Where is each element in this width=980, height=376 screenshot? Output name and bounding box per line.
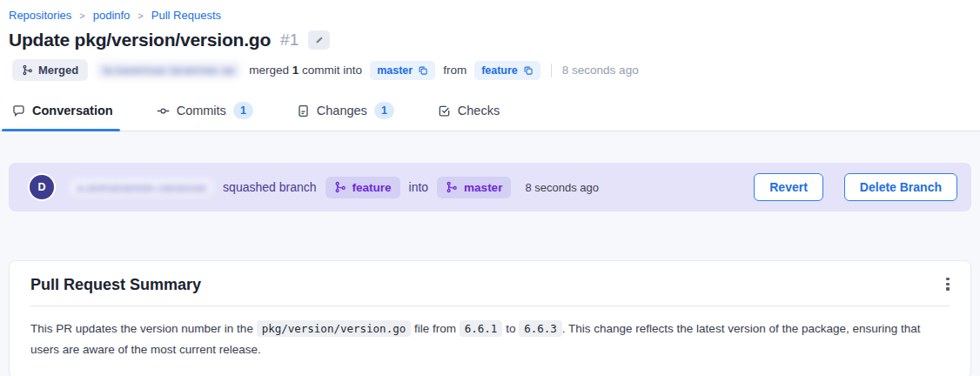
file-icon <box>297 104 310 118</box>
breadcrumb-repositories[interactable]: Repositories <box>9 9 71 22</box>
page-header: Repositories > podinfo > Pull Requests U… <box>0 0 980 92</box>
tab-label: Checks <box>458 104 500 118</box>
breadcrumb-pull-requests[interactable]: Pull Requests <box>151 9 221 22</box>
git-commit-icon <box>157 104 170 118</box>
source-branch-pill: feature <box>326 177 400 198</box>
checklist-icon <box>438 104 451 118</box>
redacted-username: a.asesasaseas.sasassas <box>70 178 214 197</box>
old-version-code: 6.6.1 <box>460 320 503 337</box>
redacted-username: ta.kasemsas tananniav aa <box>96 61 241 79</box>
breadcrumb-separator: > <box>79 10 84 21</box>
delete-branch-button[interactable]: Delete Branch <box>844 173 957 201</box>
merge-status-row: Merged ta.kasemsas tananniav aa merged 1… <box>12 59 971 81</box>
commits-count-badge: 1 <box>233 102 253 119</box>
banner-action-text: squashed branch <box>223 180 316 194</box>
breadcrumb-separator: > <box>138 10 143 21</box>
pull-request-page: Repositories > podinfo > Pull Requests U… <box>0 0 980 376</box>
title-row: Update pkg/version/version.go #1 <box>9 30 971 50</box>
chat-bubble-icon <box>12 104 25 118</box>
tab-label: Changes <box>317 104 367 118</box>
summary-text: to <box>502 322 519 335</box>
copy-icon[interactable] <box>523 65 534 76</box>
page-title: Update pkg/version/version.go <box>9 30 271 50</box>
pr-tab-bar: Conversation Commits 1 Changes 1 <box>0 92 980 131</box>
summary-card-title: Pull Request Summary <box>30 276 950 306</box>
commit-count: 1 <box>292 64 299 77</box>
avatar: D <box>30 175 54 199</box>
summary-text: file from <box>411 322 460 335</box>
target-branch-name: master <box>377 64 413 77</box>
merge-action-text2: commit into <box>302 64 362 77</box>
merge-timestamp: 8 seconds ago <box>562 64 639 77</box>
into-label: into <box>409 180 429 194</box>
git-branch-icon <box>446 181 458 193</box>
kebab-icon <box>946 278 949 291</box>
tab-conversation[interactable]: Conversation <box>10 94 115 131</box>
git-merge-icon <box>22 64 33 76</box>
new-version-code: 6.6.3 <box>519 320 562 337</box>
source-branch-chip[interactable]: feature <box>474 61 540 80</box>
card-menu-button[interactable] <box>937 272 958 295</box>
target-branch-chip[interactable]: master <box>370 61 435 80</box>
breadcrumb-podinfo[interactable]: podinfo <box>93 9 131 22</box>
copy-icon[interactable] <box>418 65 428 76</box>
edit-title-button[interactable] <box>308 30 330 50</box>
source-branch-name: feature <box>481 64 518 77</box>
target-branch-name: master <box>464 181 502 194</box>
revert-button[interactable]: Revert <box>754 173 823 201</box>
pr-content-area: D a.asesasaseas.sasassas squashed branch… <box>0 131 980 376</box>
pull-request-summary-card: Pull Request Summary This PR updates the… <box>9 260 971 376</box>
vertical-divider <box>551 64 552 77</box>
file-path-code: pkg/version/version.go <box>257 320 412 337</box>
pencil-icon <box>314 35 325 45</box>
git-branch-icon <box>334 181 346 193</box>
merged-badge-label: Merged <box>38 64 78 77</box>
merge-action-text: merged <box>249 64 289 77</box>
tab-commits[interactable]: Commits 1 <box>155 94 255 131</box>
merge-result-banner: D a.asesasaseas.sasassas squashed branch… <box>9 163 971 212</box>
merged-status-badge: Merged <box>12 59 88 81</box>
tab-changes[interactable]: Changes 1 <box>295 94 396 131</box>
breadcrumb: Repositories > podinfo > Pull Requests <box>9 9 971 22</box>
merge-sentence: merged 1 commit into <box>249 64 362 77</box>
from-label: from <box>443 64 467 77</box>
pr-number: #1 <box>280 30 299 50</box>
changes-count-badge: 1 <box>374 102 394 119</box>
source-branch-name: feature <box>352 181 392 194</box>
tab-label: Commits <box>177 104 226 118</box>
tab-label: Conversation <box>32 104 113 118</box>
summary-card-body: This PR updates the version number in th… <box>30 306 940 359</box>
summary-text: This PR updates the version number in th… <box>30 322 257 335</box>
banner-timestamp: 8 seconds ago <box>525 181 599 194</box>
tab-checks[interactable]: Checks <box>436 94 501 131</box>
target-branch-pill: master <box>437 177 511 198</box>
